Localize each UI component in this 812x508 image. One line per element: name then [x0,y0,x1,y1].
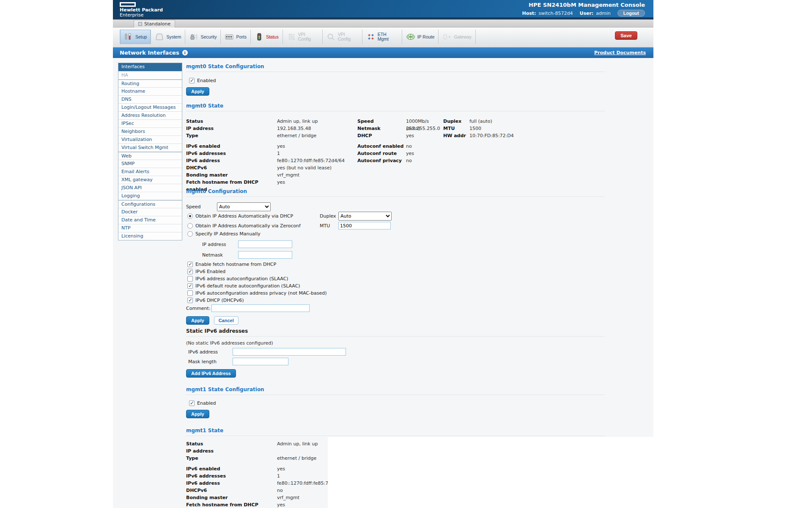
ip-address-row: IP address [202,240,292,248]
info-icon[interactable]: i [182,50,188,55]
checkbox-ipv6-dhcp-dhcpv6[interactable] [187,298,193,303]
mask-length-input[interactable] [233,358,288,365]
sidebar-item-xml-gateway[interactable]: XML gateway [118,176,182,184]
state-label [443,164,469,171]
toolbar-button-vpi-config-2: VPI Config [323,30,362,44]
netmask-input[interactable] [238,251,292,259]
toolbar-button-label: Status [266,35,279,39]
radio-obtain-ip-address-automatically-via-dhcp[interactable] [187,213,193,219]
checkbox-ipv6-address-autoconfiguration-slaac[interactable] [187,276,193,282]
sidebar-item-virtual-switch-mgmt[interactable]: Virtual Switch Mgmt [118,144,182,152]
sidebar-item-virtualization[interactable]: Virtualization [118,135,182,144]
sidebar-item-dns[interactable]: DNS [118,95,182,103]
mgmt0-config-cancel-button[interactable]: Cancel [214,316,239,325]
state-label: MTU [443,125,469,132]
toolbar-button-system[interactable]: System [151,30,185,44]
state-value: 10:70:FD:85:72:D4 [469,132,605,139]
ip-address-input[interactable] [238,240,292,248]
status-icon [255,33,264,41]
logout-button[interactable]: Logout [617,10,645,17]
comment-input[interactable] [211,304,310,312]
sidebar-nav: InterfacesHARoutingHostnameDNSLogin/Logo… [118,63,182,240]
checkbox-label: IPv6 autoconfiguration address privacy (… [195,290,326,296]
sidebar-item-logging[interactable]: Logging [118,192,182,200]
checkbox-row-ipv6-dhcp-dhcpv6: IPv6 DHCP (DHCPv6) [187,297,326,304]
state-label: Type [186,455,277,462]
toolbar-button-status[interactable]: Status [251,30,283,44]
duplex-select[interactable]: Auto [338,212,392,221]
comment-row: Comment: [186,304,310,312]
toolbar-button-security[interactable]: Security [185,30,221,44]
state-value: 1500 [469,125,605,132]
sidebar-item-email-alerts[interactable]: Email Alerts [118,168,182,176]
state-label [443,143,469,150]
mgmt0-state-table: StatusAdmin up, link upSpeed1000Mb/s (au… [186,118,605,186]
mgmt1-state-apply-button[interactable]: Apply [186,410,209,418]
checkbox-label: IPv6 Enabled [195,269,225,274]
state-label: DHCP [357,132,406,139]
state-label [443,157,469,164]
state-table-row: Fetch hostname from DHCP enabledyes [186,179,605,186]
sidebar-item-interfaces[interactable]: Interfaces [118,63,182,71]
setup-icon [124,33,133,41]
sidebar-item-ntp[interactable]: NTP [118,224,182,232]
sidebar-item-address-resolution[interactable]: Address Resolution [118,111,182,119]
toolbar-button-ports[interactable]: Ports [221,30,251,44]
mgmt1-enabled-checkbox[interactable] [189,400,195,406]
state-value: 1 [277,150,357,157]
sidebar-item-login-logout-messages[interactable]: Login/Logout Messages [118,103,182,111]
section-heading-mgmt0-state: mgmt0 State [186,103,605,111]
white-overlay [328,437,812,508]
page-title-bar: Network Interfaces i Product Documents [113,47,653,58]
radio-specify-ip-address-manually[interactable] [187,231,193,237]
sidebar-item-routing[interactable]: Routing [118,79,182,87]
mgmt0-enabled-label: Enabled [197,78,216,83]
radio-row-obtain-ip-address-automatically-via-zeroconf: Obtain IP Address Automatically via Zero… [187,223,301,229]
duplex-label: Duplex [320,213,338,219]
state-table-row: StatusAdmin up, link upSpeed1000Mb/s (au… [186,118,605,125]
checkbox-ipv6-default-route-autoconfiguration-slaac[interactable] [187,283,193,289]
toolbar-button-setup[interactable]: Setup [120,30,151,44]
sidebar-item-ipsec[interactable]: IPSec [118,119,182,127]
checkbox-ipv6-enabled[interactable] [187,269,193,274]
sidebar-item-ha: HA [118,71,182,79]
toolbar-button-eth-mgmt[interactable]: ETH Mgmt [362,30,402,44]
standalone-tab-label: Standalone [144,21,170,27]
mgmt0-state-apply-button[interactable]: Apply [186,87,209,96]
state-value [469,150,605,157]
static-ipv6-address-input[interactable] [233,348,346,356]
state-label: DHCPv6 [186,164,277,171]
sidebar-item-date-and-time[interactable]: Date and Time [118,216,182,224]
sidebar-item-licensing[interactable]: Licensing [118,232,182,240]
sidebar-item-snmp[interactable]: SNMP [118,160,182,168]
sidebar-item-web[interactable]: Web [118,152,182,160]
state-table-row: DHCPv6yes (but no valid lease) [186,164,605,171]
product-documents-link[interactable]: Product Documents [594,50,646,55]
system-icon [155,33,164,41]
comment-label: Comment: [186,306,211,311]
speed-select[interactable]: Auto [217,202,271,211]
state-label: IPv6 address [186,157,277,164]
sidebar-item-configurations[interactable]: Configurations [118,200,182,208]
sidebar-item-json-api[interactable]: JSON API [118,184,182,192]
main-toolbar: SetupSystemSecurityPortsStatusVPI Config… [113,28,653,47]
state-table-row: Typeethernet / bridgeDHCPyesHW addr10:70… [186,132,605,139]
section-heading-mgmt0-config: mgmt0 Configuration [186,188,605,197]
save-button[interactable]: Save [615,31,637,40]
mgmt0-config-apply-button[interactable]: Apply [186,316,209,325]
toolbar-button-label: VPI Config [338,32,358,41]
checkbox-enable-fetch-hostname-from-dhcp[interactable] [187,262,193,267]
tab-standalone[interactable]: Standalone [134,20,175,28]
state-label [443,150,469,157]
toolbar-button-ip-route[interactable]: IP Route [402,30,439,44]
checkbox-ipv6-autoconfiguration-address-privacy-not-mac-based[interactable] [187,290,193,296]
radio-obtain-ip-address-automatically-via-zeroconf[interactable] [187,223,193,229]
sidebar-item-docker[interactable]: Docker [118,208,182,216]
sidebar-item-hostname[interactable]: Hostname [118,87,182,95]
mtu-input[interactable] [338,222,391,229]
add-ipv6-address-button[interactable]: Add IPv6 Address [186,369,236,378]
checkbox-row-ipv6-default-route-autoconfiguration-slaac: IPv6 default route autoconfiguration (SL… [187,282,326,290]
sidebar-item-neighbors[interactable]: Neighbors [118,127,182,135]
state-value [469,171,605,179]
mgmt0-enabled-checkbox[interactable] [189,78,195,83]
